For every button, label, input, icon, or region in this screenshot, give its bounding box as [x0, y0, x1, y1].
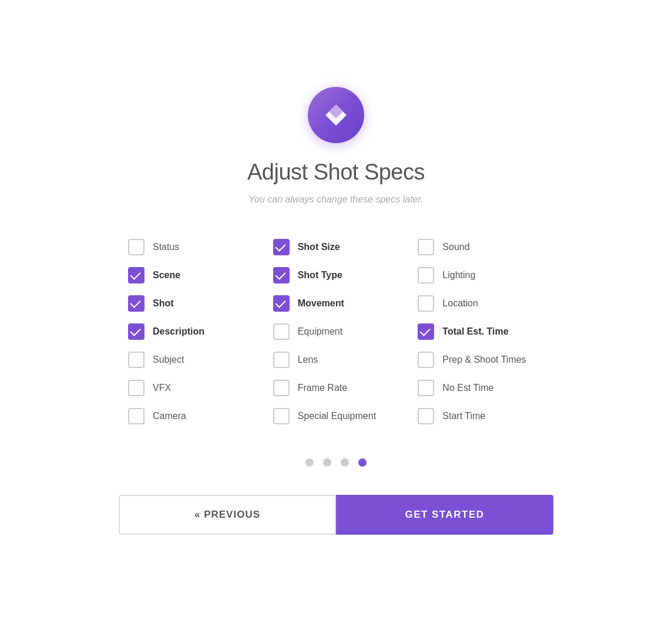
checkbox-lens[interactable]: Lens [264, 346, 409, 374]
checkbox-box-vfx[interactable] [128, 380, 145, 396]
checkbox-box-frame_rate[interactable] [273, 380, 290, 396]
checkbox-location[interactable]: Location [408, 289, 553, 318]
app-logo [308, 87, 364, 143]
checkbox-label-start_time: Start Time [442, 411, 485, 421]
col3: SoundLightingLocationTotal Est. TimePrep… [408, 233, 553, 430]
checkbox-label-lighting: Lighting [442, 270, 475, 281]
checkbox-prep_shoot_times[interactable]: Prep & Shoot Times [408, 346, 553, 374]
checkbox-label-camera: Camera [153, 411, 186, 421]
checkbox-box-lens[interactable] [273, 352, 290, 368]
checkbox-label-vfx: VFX [153, 383, 171, 393]
action-buttons: « PREVIOUS GET STARTED [119, 495, 553, 535]
dot-2[interactable] [323, 458, 331, 467]
page-subtitle: You can always change these specs later. [248, 194, 423, 205]
checkbox-label-prep_shoot_times: Prep & Shoot Times [442, 355, 526, 365]
checkbox-box-subject[interactable] [128, 352, 145, 368]
dot-3[interactable] [341, 458, 349, 467]
checkbox-label-status: Status [153, 242, 179, 252]
checkboxes-grid: StatusSceneShotDescriptionSubjectVFXCame… [119, 233, 553, 430]
checkbox-label-subject: Subject [153, 355, 184, 365]
col2: Shot SizeShot TypeMovementEquipmentLensF… [264, 233, 409, 430]
checkbox-box-prep_shoot_times[interactable] [418, 352, 434, 368]
checkbox-equipment[interactable]: Equipment [264, 318, 409, 346]
checkbox-lighting[interactable]: Lighting [408, 261, 553, 289]
col1: StatusSceneShotDescriptionSubjectVFXCame… [119, 233, 264, 430]
checkbox-label-description: Description [153, 326, 204, 337]
checkbox-box-description[interactable] [128, 323, 145, 340]
checkbox-box-location[interactable] [418, 295, 434, 312]
checkbox-box-shot_size[interactable] [273, 239, 290, 255]
checkbox-label-movement: Movement [298, 298, 344, 309]
checkbox-shot_type[interactable]: Shot Type [264, 261, 409, 289]
checkbox-label-shot_size: Shot Size [298, 242, 340, 252]
checkbox-label-lens: Lens [298, 355, 318, 365]
checkbox-shot_size[interactable]: Shot Size [264, 233, 409, 261]
checkbox-label-no_est_time: No Est Time [442, 383, 493, 393]
main-container: Adjust Shot Specs You can always change … [107, 63, 565, 558]
checkbox-box-special_equipment[interactable] [273, 408, 290, 424]
checkbox-label-special_equipment: Special Equipment [298, 411, 376, 421]
checkbox-description[interactable]: Description [119, 318, 264, 346]
checkbox-frame_rate[interactable]: Frame Rate [264, 374, 409, 402]
checkbox-box-status[interactable] [128, 239, 145, 255]
dot-4[interactable] [358, 458, 367, 467]
checkbox-movement[interactable]: Movement [264, 289, 409, 318]
checkbox-box-movement[interactable] [273, 295, 290, 312]
checkbox-label-shot_type: Shot Type [298, 270, 342, 281]
checkbox-box-lighting[interactable] [418, 267, 434, 284]
checkbox-no_est_time[interactable]: No Est Time [408, 374, 553, 402]
page-title: Adjust Shot Specs [247, 160, 425, 185]
checkbox-label-shot: Shot [153, 298, 174, 309]
dot-1[interactable] [305, 458, 314, 467]
checkbox-label-equipment: Equipment [298, 326, 343, 337]
checkbox-start_time[interactable]: Start Time [408, 402, 553, 430]
checkbox-box-shot_type[interactable] [273, 267, 290, 284]
checkbox-box-no_est_time[interactable] [418, 380, 434, 396]
checkbox-label-sound: Sound [442, 242, 469, 252]
checkbox-box-total_est_time[interactable] [418, 323, 434, 340]
checkbox-box-start_time[interactable] [418, 408, 434, 424]
checkbox-label-frame_rate: Frame Rate [298, 383, 347, 393]
checkbox-box-camera[interactable] [128, 408, 145, 424]
get-started-button[interactable]: GET STARTED [336, 495, 553, 535]
previous-button[interactable]: « PREVIOUS [119, 495, 336, 535]
checkbox-scene[interactable]: Scene [119, 261, 264, 289]
checkbox-special_equipment[interactable]: Special Equipment [264, 402, 409, 430]
logo-icon [322, 101, 350, 129]
checkbox-shot[interactable]: Shot [119, 289, 264, 318]
pagination-dots [305, 458, 367, 467]
checkbox-box-sound[interactable] [418, 239, 434, 255]
checkbox-label-scene: Scene [153, 270, 180, 281]
checkbox-box-scene[interactable] [128, 267, 145, 284]
checkbox-box-shot[interactable] [128, 295, 145, 312]
checkbox-label-total_est_time: Total Est. Time [442, 326, 508, 337]
checkbox-total_est_time[interactable]: Total Est. Time [408, 318, 553, 346]
checkbox-status[interactable]: Status [119, 233, 264, 261]
checkbox-subject[interactable]: Subject [119, 346, 264, 374]
checkbox-camera[interactable]: Camera [119, 402, 264, 430]
checkbox-vfx[interactable]: VFX [119, 374, 264, 402]
checkbox-label-location: Location [442, 298, 478, 309]
checkbox-sound[interactable]: Sound [408, 233, 553, 261]
checkbox-box-equipment[interactable] [273, 323, 290, 340]
